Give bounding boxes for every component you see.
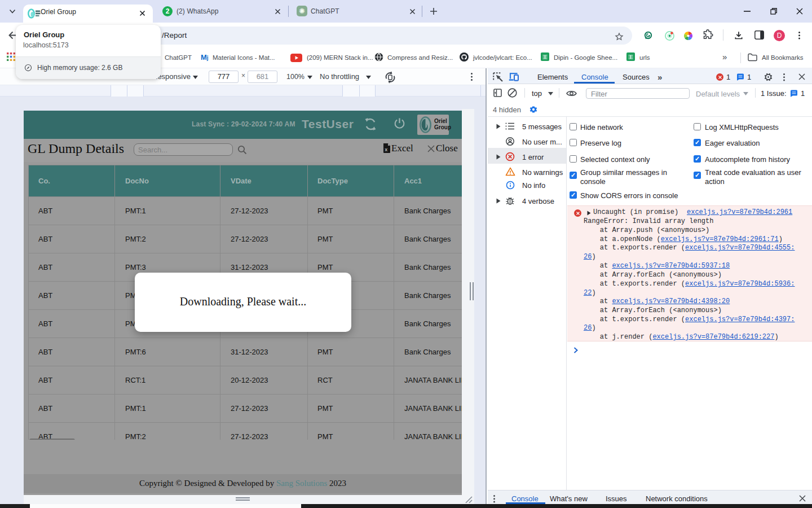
- svg-text:x: x: [385, 147, 387, 152]
